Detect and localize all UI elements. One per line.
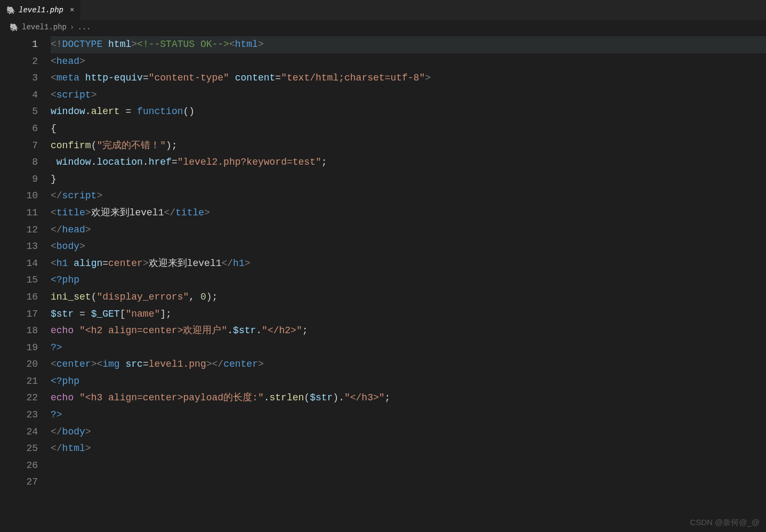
- chevron-right-icon: ›: [70, 23, 74, 31]
- line-number: 2: [0, 53, 38, 70]
- code-line[interactable]: <head>: [51, 53, 766, 70]
- code-line[interactable]: <?php: [51, 373, 766, 390]
- line-number: 11: [0, 205, 38, 222]
- line-number: 15: [0, 272, 38, 289]
- line-number: 22: [0, 390, 38, 407]
- close-icon[interactable]: ×: [70, 6, 74, 14]
- code-line[interactable]: <meta http-equiv="content-type" content=…: [51, 70, 766, 87]
- code-content[interactable]: <!DOCTYPE html><!--STATUS OK--><html> <h…: [51, 36, 766, 491]
- code-line[interactable]: {: [51, 120, 766, 138]
- line-number: 25: [0, 440, 38, 457]
- code-line[interactable]: </script>: [51, 188, 766, 205]
- code-line[interactable]: </html>: [51, 440, 766, 457]
- line-number: 1: [0, 36, 38, 53]
- code-line[interactable]: </body>: [51, 424, 766, 441]
- line-number: 4: [0, 87, 38, 104]
- tab-bar: 🐘 level1.php ×: [0, 0, 766, 20]
- code-line[interactable]: ?>: [51, 407, 766, 424]
- php-elephant-icon: 🐘: [6, 6, 15, 15]
- code-line[interactable]: <center><img src=level1.png></center>: [51, 356, 766, 373]
- line-number: 13: [0, 238, 38, 255]
- line-number: 19: [0, 340, 38, 357]
- line-number: 6: [0, 120, 38, 138]
- breadcrumb-file[interactable]: level1.php: [22, 23, 67, 31]
- code-line[interactable]: <h1 align=center>欢迎来到level1</h1>: [51, 255, 766, 272]
- code-line[interactable]: $str = $_GET["name"];: [51, 306, 766, 323]
- line-number: 8: [0, 154, 38, 171]
- breadcrumb-rest[interactable]: ...: [77, 23, 91, 31]
- code-line[interactable]: [51, 474, 766, 491]
- code-line[interactable]: <!DOCTYPE html><!--STATUS OK--><html>: [51, 36, 766, 53]
- code-line[interactable]: window.alert = function(): [51, 103, 766, 120]
- line-number: 5: [0, 103, 38, 120]
- code-line[interactable]: <script>: [51, 87, 766, 104]
- line-number-gutter: 1 2 3 4 5 6 7 8 9 10 11 12 13 14 15 16 1…: [0, 36, 51, 491]
- code-line[interactable]: <?php: [51, 272, 766, 289]
- code-editor[interactable]: 1 2 3 4 5 6 7 8 9 10 11 12 13 14 15 16 1…: [0, 34, 766, 491]
- code-line[interactable]: <title>欢迎来到level1</title>: [51, 205, 766, 222]
- php-elephant-icon: 🐘: [10, 23, 19, 32]
- code-line[interactable]: <body>: [51, 238, 766, 255]
- line-number: 9: [0, 171, 38, 188]
- line-number: 3: [0, 70, 38, 87]
- line-number: 12: [0, 222, 38, 239]
- tab-level1-php[interactable]: 🐘 level1.php ×: [0, 0, 81, 20]
- code-line[interactable]: echo "<h3 align=center>payload的长度:".strl…: [51, 390, 766, 407]
- line-number: 20: [0, 356, 38, 373]
- code-line[interactable]: confirm("完成的不错！");: [51, 138, 766, 155]
- breadcrumb[interactable]: 🐘 level1.php › ...: [0, 20, 766, 34]
- code-line[interactable]: }: [51, 171, 766, 188]
- code-line[interactable]: ini_set("display_errors", 0);: [51, 289, 766, 306]
- code-line[interactable]: </head>: [51, 222, 766, 239]
- watermark: CSDN @奈何@_@: [690, 518, 760, 528]
- line-number: 26: [0, 457, 38, 474]
- code-line[interactable]: [51, 457, 766, 474]
- line-number: 17: [0, 306, 38, 323]
- line-number: 18: [0, 323, 38, 340]
- line-number: 21: [0, 373, 38, 390]
- line-number: 16: [0, 289, 38, 306]
- line-number: 14: [0, 255, 38, 272]
- line-number: 10: [0, 188, 38, 205]
- code-line[interactable]: ?>: [51, 340, 766, 357]
- code-line[interactable]: echo "<h2 align=center>欢迎用户".$str."</h2>…: [51, 323, 766, 340]
- line-number: 27: [0, 474, 38, 491]
- line-number: 24: [0, 424, 38, 441]
- code-line[interactable]: window.location.href="level2.php?keyword…: [51, 154, 766, 171]
- line-number: 23: [0, 407, 38, 424]
- tab-title: level1.php: [19, 6, 63, 14]
- line-number: 7: [0, 138, 38, 155]
